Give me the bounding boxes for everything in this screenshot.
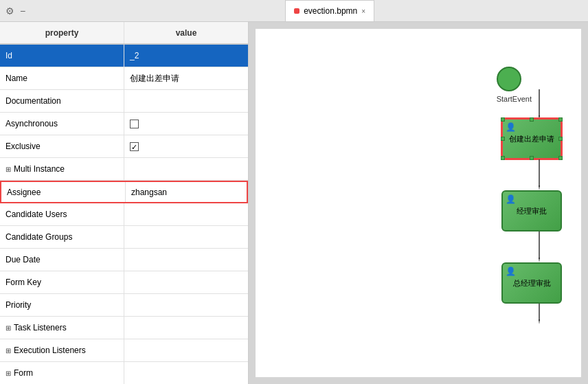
prop-key-label: Asynchronous <box>5 119 58 128</box>
column-value-header: value <box>124 22 248 43</box>
prop-key: Due Date <box>0 249 124 271</box>
table-row[interactable]: Form Key <box>0 271 248 294</box>
arrow-task2-to-task3 <box>539 231 540 262</box>
task-node-2[interactable]: 👤 经理审批 <box>501 190 562 231</box>
prop-value: 创建出差申请 <box>124 67 248 89</box>
prop-key-label: Priority <box>5 300 31 310</box>
task1-label: 创建出差申请 <box>509 134 554 144</box>
table-row[interactable]: ⊞Execution Listeners <box>0 339 248 362</box>
prop-value <box>124 113 248 135</box>
property-rows: Id_2Name创建出差申请DocumentationAsynchronousE… <box>0 45 248 384</box>
table-header: property value <box>0 22 248 45</box>
arrow-start-to-task1 <box>539 89 540 120</box>
prop-key-label: Candidate Users <box>5 210 67 219</box>
top-bar: ⚙ − evection.bpmn × <box>0 0 588 22</box>
handle-bm <box>530 156 534 160</box>
start-event-label: StartEvent <box>497 95 532 103</box>
table-row[interactable]: Assigneezhangsan <box>0 181 248 203</box>
minimize-icon[interactable]: − <box>20 5 25 16</box>
table-row[interactable]: Candidate Groups <box>0 226 248 249</box>
prop-key: Asynchronous <box>0 113 124 135</box>
svg-marker-3 <box>539 185 540 190</box>
tab-bar: evection.bpmn × <box>285 0 583 21</box>
handle-tm <box>530 117 534 122</box>
tab-evection-bpmn[interactable]: evection.bpmn × <box>285 0 374 21</box>
prop-key-label: Form <box>14 368 33 378</box>
svg-marker-7 <box>539 319 540 324</box>
gear-icon[interactable]: ⚙ <box>5 5 14 16</box>
tab-close-icon[interactable]: × <box>361 8 365 15</box>
table-row[interactable]: Documentation <box>0 90 248 113</box>
task-node-1[interactable]: 👤 创建出差申请 <box>501 118 562 159</box>
prop-value: _2 <box>124 45 248 67</box>
prop-key-label: Task Listeners <box>14 323 67 332</box>
prop-key-label: Exclusive <box>5 142 41 151</box>
prop-value <box>124 90 248 112</box>
prop-key: Candidate Users <box>0 203 124 225</box>
checkbox-checked[interactable]: ✓ <box>130 142 139 151</box>
table-row[interactable]: ⊞Task Listeners <box>0 317 248 339</box>
property-table: property value Id_2Name创建出差申请Documentati… <box>0 22 248 384</box>
prop-key-label: Execution Listeners <box>14 346 86 355</box>
handle-mr <box>558 137 563 141</box>
prop-value <box>124 362 248 384</box>
prop-value <box>124 339 248 361</box>
table-row[interactable]: Name创建出差申请 <box>0 67 248 90</box>
prop-value <box>124 294 248 316</box>
prop-key: Form Key <box>0 271 124 293</box>
user-icon-3: 👤 <box>506 267 516 276</box>
table-row[interactable]: ⊞Multi Instance <box>0 158 248 181</box>
prop-value <box>124 317 248 339</box>
arrow-task1-to-task2 <box>539 159 540 190</box>
prop-value <box>124 203 248 225</box>
svg-marker-5 <box>539 258 540 262</box>
diagram-panel[interactable]: StartEvent 👤 创建出差申请 <box>249 22 588 384</box>
handle-tr <box>558 117 563 122</box>
arrow-task3-down <box>539 304 540 324</box>
table-row[interactable]: Asynchronous <box>0 113 248 135</box>
prop-value <box>124 158 248 180</box>
expand-icon[interactable]: ⊞ <box>5 347 11 354</box>
table-row[interactable]: Priority <box>0 294 248 317</box>
table-row[interactable]: ⊞Form <box>0 362 248 384</box>
expand-icon[interactable]: ⊞ <box>5 166 11 173</box>
table-row[interactable]: Id_2 <box>0 45 248 67</box>
prop-value <box>124 271 248 293</box>
prop-key: Candidate Groups <box>0 226 124 248</box>
table-row[interactable]: Due Date <box>0 249 248 271</box>
checkbox-unchecked[interactable] <box>130 120 139 128</box>
table-row[interactable]: Exclusive✓ <box>0 135 248 158</box>
prop-key-label: Assignee <box>7 188 41 197</box>
task3-label: 总经理审批 <box>513 278 551 289</box>
prop-key-label: Name <box>5 74 27 83</box>
handle-br <box>558 156 563 160</box>
prop-key-label: Id <box>5 51 12 60</box>
tab-label: evection.bpmn <box>304 6 357 16</box>
prop-value: zhangsan <box>126 182 247 202</box>
prop-key: Name <box>0 67 124 89</box>
prop-key: Documentation <box>0 90 124 112</box>
prop-key: Assignee <box>1 182 126 202</box>
table-row[interactable]: Candidate Users <box>0 203 248 226</box>
prop-value <box>124 226 248 248</box>
prop-key: Priority <box>0 294 124 316</box>
prop-key-label: Candidate Groups <box>5 232 72 242</box>
task-node-3[interactable]: 👤 总经理审批 <box>501 262 562 304</box>
expand-icon[interactable]: ⊞ <box>5 370 11 377</box>
property-panel: property value Id_2Name创建出差申请Documentati… <box>0 22 249 384</box>
task2-label: 经理审批 <box>517 206 547 216</box>
handle-bl <box>501 156 505 160</box>
user-icon-1: 👤 <box>506 122 516 132</box>
expand-icon[interactable]: ⊞ <box>5 324 11 332</box>
prop-value <box>124 249 248 271</box>
prop-key: Id <box>0 45 124 67</box>
prop-key-label: Due Date <box>5 255 41 264</box>
prop-key: ⊞Form <box>0 362 124 384</box>
prop-value: ✓ <box>124 135 248 157</box>
prop-key-label: Documentation <box>5 96 61 106</box>
prop-key-label: Multi Instance <box>14 164 65 174</box>
handle-tl <box>501 117 505 122</box>
start-event-node[interactable] <box>497 67 521 91</box>
prop-key: ⊞Execution Listeners <box>0 339 124 361</box>
diagram-canvas[interactable]: StartEvent 👤 创建出差申请 <box>256 29 581 377</box>
